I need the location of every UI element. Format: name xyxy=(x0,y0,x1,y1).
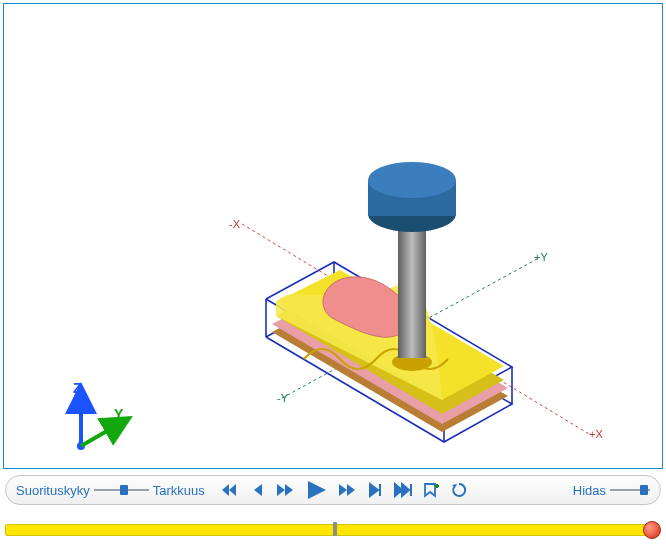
timeline-endcap[interactable] xyxy=(643,521,661,539)
playback-toolbar: Suorituskyky Tarkkuus xyxy=(5,475,661,505)
timeline-progress[interactable] xyxy=(5,520,661,540)
axis-label-neg-y: -Y xyxy=(277,392,288,404)
quality-label: Tarkkuus xyxy=(153,483,205,498)
quality-slider[interactable] xyxy=(94,483,149,497)
perf-label: Suorituskyky xyxy=(16,483,90,498)
loop-icon[interactable] xyxy=(447,478,471,502)
axis-label-pos-y: +Y xyxy=(534,251,548,263)
viewport-3d[interactable]: -X +X -Y +Y Z Y xyxy=(3,3,663,469)
speed-label: Hidas xyxy=(573,483,606,498)
orientation-widget[interactable]: Z Y xyxy=(59,388,149,468)
svg-line-18 xyxy=(81,424,119,446)
app-root: -X +X -Y +Y Z Y S xyxy=(0,0,666,545)
timeline-marker[interactable] xyxy=(333,522,337,536)
axis-label-neg-x: -X xyxy=(229,218,240,230)
step-forward-icon[interactable] xyxy=(363,478,387,502)
rewind-icon[interactable] xyxy=(273,478,297,502)
fast-forward-icon[interactable] xyxy=(335,478,359,502)
speed-slider[interactable] xyxy=(610,483,650,497)
forward-to-end-icon[interactable] xyxy=(391,478,415,502)
axis-z-label: Z xyxy=(73,380,82,396)
step-back-icon[interactable] xyxy=(245,478,269,502)
axis-y-label: Y xyxy=(114,406,123,422)
axis-label-pos-x: +X xyxy=(589,428,603,440)
play-icon[interactable] xyxy=(301,478,331,502)
svg-point-15 xyxy=(368,162,456,198)
add-marker-icon[interactable] xyxy=(419,478,443,502)
timeline-track[interactable] xyxy=(5,524,651,536)
rewind-to-start-icon[interactable] xyxy=(217,478,241,502)
